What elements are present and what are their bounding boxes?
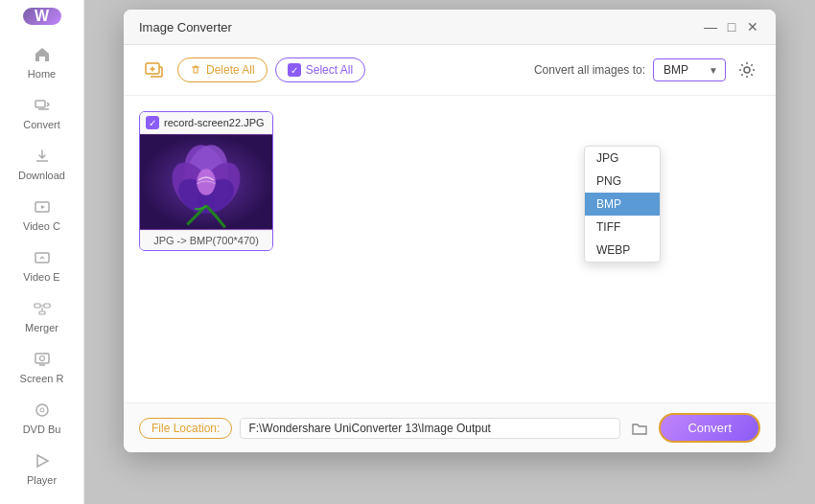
sidebar-item-home[interactable]: Home	[0, 36, 83, 87]
sidebar-item-player[interactable]: Player	[0, 443, 83, 493]
sidebar-item-videoe[interactable]: Video E	[0, 240, 83, 290]
svg-rect-5	[44, 304, 50, 308]
sidebar-label-screen: Screen R	[20, 373, 64, 384]
svg-rect-6	[39, 311, 45, 314]
app-logo: W	[23, 8, 61, 25]
sidebar-label-dvd: DVD Bu	[23, 424, 61, 435]
sidebar-item-dvd[interactable]: DVD Bu	[0, 392, 83, 443]
minimize-button[interactable]: —	[703, 19, 718, 34]
svg-marker-11	[37, 455, 48, 467]
sidebar-item-download[interactable]: Download	[0, 138, 83, 189]
dropdown-item-tiff[interactable]: TIFF	[585, 216, 660, 239]
format-select-wrapper: JPG PNG BMP TIFF WEBP ▼	[653, 58, 726, 81]
sidebar-label-merger: Merger	[25, 322, 58, 333]
select-all-checkbox: ✓	[288, 63, 301, 77]
sidebar: W Home Convert Download Video C Video E	[0, 0, 84, 504]
image-converter-dialog: Image Converter — □ ✕	[124, 10, 776, 452]
file-location-input[interactable]	[240, 418, 620, 439]
folder-button[interactable]	[628, 417, 651, 440]
convert-button[interactable]: Convert	[659, 413, 760, 443]
dialog-titlebar: Image Converter — □ ✕	[124, 10, 776, 45]
dialog-toolbar: Delete All ✓ Select All Convert all imag…	[124, 45, 776, 96]
svg-rect-4	[35, 304, 40, 308]
file-location-label: File Location:	[139, 418, 232, 439]
dialog-controls: — □ ✕	[703, 19, 760, 34]
dropdown-item-png[interactable]: PNG	[585, 170, 660, 193]
add-files-button[interactable]	[139, 55, 170, 85]
settings-gear-button[interactable]	[734, 57, 760, 83]
delete-all-button[interactable]: Delete All	[177, 57, 268, 82]
download-icon	[32, 146, 53, 167]
dvd-icon	[32, 400, 53, 421]
svg-point-10	[40, 408, 44, 412]
merge-icon	[32, 298, 53, 319]
dialog-footer: File Location: Convert	[124, 402, 776, 452]
close-button[interactable]: ✕	[745, 19, 760, 34]
maximize-button[interactable]: □	[724, 19, 739, 34]
convert-icon	[32, 95, 53, 116]
main-area: data metadata CD. Image Converter — □ ✕	[84, 0, 815, 504]
format-dropdown: JPG PNG BMP TIFF WEBP	[584, 146, 661, 263]
sidebar-item-convert[interactable]: Convert	[0, 87, 83, 138]
svg-rect-3	[35, 253, 49, 263]
dropdown-item-webp[interactable]: WEBP	[585, 239, 660, 262]
convert-all-label: Convert all images to:	[534, 63, 645, 77]
sidebar-item-videoc[interactable]: Video C	[0, 189, 83, 240]
dropdown-item-bmp[interactable]: BMP	[585, 193, 660, 216]
image-caption: JPG -> BMP(700*470)	[140, 230, 272, 250]
image-thumbnail	[140, 134, 272, 230]
select-all-button[interactable]: ✓ Select All	[275, 57, 365, 82]
home-icon	[32, 44, 53, 65]
flower-svg	[140, 134, 272, 230]
sidebar-label-home: Home	[28, 68, 56, 80]
image-card-header: ✓ record-screen22.JPG	[140, 112, 272, 134]
dialog-title: Image Converter	[139, 20, 232, 34]
screen-record-icon	[32, 349, 53, 370]
svg-point-16	[744, 67, 750, 73]
image-checkbox[interactable]: ✓	[146, 116, 159, 129]
video-edit-icon	[32, 247, 53, 268]
sidebar-label-convert: Convert	[23, 119, 60, 130]
image-card: ✓ record-screen22.JPG	[139, 111, 273, 251]
svg-rect-0	[35, 101, 45, 107]
sidebar-label-videoe: Video E	[23, 271, 59, 283]
dialog-content: ✓ record-screen22.JPG	[124, 96, 776, 402]
dialog-overlay: Image Converter — □ ✕	[84, 0, 815, 504]
svg-point-8	[39, 356, 44, 361]
sidebar-item-merger[interactable]: Merger	[0, 290, 83, 341]
sidebar-label-download: Download	[18, 170, 65, 181]
format-select[interactable]: JPG PNG BMP TIFF WEBP	[653, 58, 726, 81]
logo-letter: W	[35, 8, 49, 25]
player-icon	[32, 450, 53, 471]
svg-rect-7	[35, 354, 49, 363]
dropdown-item-jpg[interactable]: JPG	[585, 147, 660, 170]
video-cut-icon	[32, 196, 53, 218]
sidebar-item-toolbox[interactable]: Toolbox	[0, 493, 83, 504]
sidebar-label-videoc: Video C	[23, 220, 60, 232]
svg-point-9	[36, 404, 48, 416]
sidebar-label-player: Player	[27, 474, 57, 486]
sidebar-item-screen[interactable]: Screen R	[0, 341, 83, 392]
image-filename: record-screen22.JPG	[164, 117, 265, 128]
